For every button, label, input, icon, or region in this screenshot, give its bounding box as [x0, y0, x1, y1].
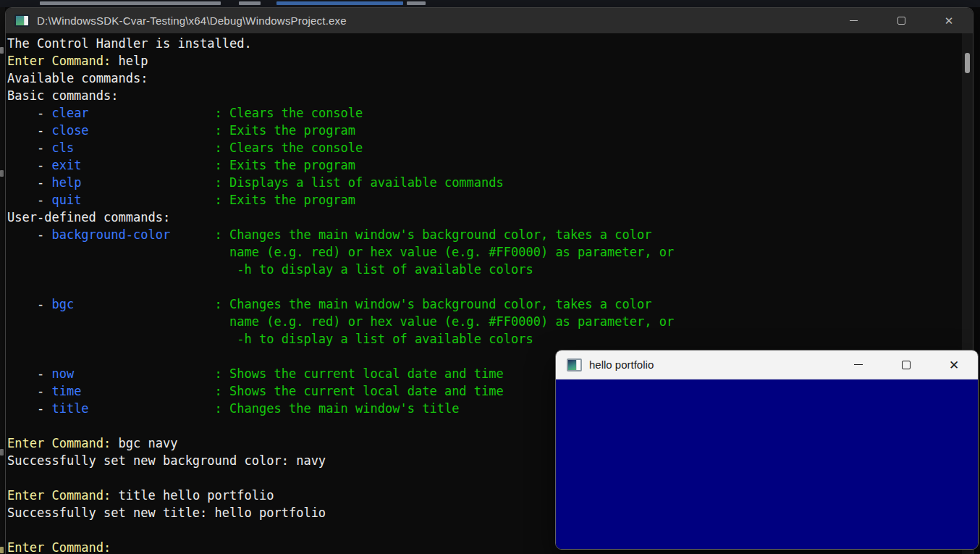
- console-line: - background-color : Changes the main wi…: [7, 226, 973, 243]
- portfolio-minimize-button[interactable]: [835, 351, 882, 379]
- background-window-fragment: [239, 1, 261, 5]
- portfolio-app-icon: [567, 358, 582, 372]
- background-window-top-edge: [0, 0, 980, 7]
- minimize-icon: [850, 20, 858, 21]
- close-button[interactable]: ✕: [925, 8, 973, 33]
- console-line: name (e.g. red) or hex value (e.g. #FF00…: [7, 313, 973, 330]
- console-line: - bgc : Changes the main window's backgr…: [7, 295, 973, 313]
- console-line: name (e.g. red) or hex value (e.g. #FF00…: [7, 243, 973, 261]
- console-line: -h to display a list of available colors: [7, 261, 973, 278]
- console-line: The Control Handler is installed.: [7, 35, 973, 52]
- console-titlebar[interactable]: D:\WindowsSDK-Cvar-Testing\x64\Debug\Win…: [6, 8, 973, 33]
- portfolio-window-controls: ✕: [835, 351, 978, 379]
- maximize-button[interactable]: [877, 8, 925, 33]
- console-line: - help : Displays a list of available co…: [7, 174, 973, 191]
- background-window-left-edge: [0, 7, 5, 554]
- console-line: User-defined commands:: [7, 209, 973, 226]
- background-window-fragment: [407, 1, 426, 5]
- portfolio-titlebar[interactable]: hello portfolio ✕: [556, 351, 978, 379]
- background-window-fragment: [0, 47, 4, 54]
- portfolio-maximize-button[interactable]: [882, 351, 930, 379]
- minimize-icon: [854, 364, 863, 365]
- portfolio-window-title: hello portfolio: [589, 358, 654, 371]
- console-window-title: D:\WindowsSDK-Cvar-Testing\x64\Debug\Win…: [37, 14, 347, 27]
- background-window-fragment: [0, 449, 4, 456]
- console-line: -h to display a list of available colors: [7, 330, 973, 348]
- console-line: - quit : Exits the program: [7, 191, 973, 209]
- console-line: - clear : Clears the console: [7, 104, 973, 122]
- portfolio-window-body: [556, 379, 978, 549]
- console-window-controls: ✕: [829, 8, 973, 33]
- close-icon: ✕: [945, 14, 954, 28]
- portfolio-window: hello portfolio ✕: [555, 350, 979, 550]
- console-line: - close : Exits the program: [7, 122, 973, 139]
- minimize-button[interactable]: [829, 8, 877, 33]
- console-line: Basic commands:: [7, 87, 973, 104]
- portfolio-close-button[interactable]: ✕: [930, 351, 978, 379]
- close-icon: ✕: [949, 358, 959, 372]
- background-window-fragment: [0, 547, 4, 553]
- console-line: Enter Command: help: [7, 52, 973, 70]
- console-line: - exit : Exits the program: [7, 156, 973, 174]
- console-line: - cls : Clears the console: [7, 139, 973, 156]
- console-app-icon: [14, 14, 30, 27]
- console-line: [7, 278, 973, 295]
- background-window-fragment: [276, 1, 403, 5]
- console-line: Available commands:: [7, 70, 973, 87]
- console-scrollbar-thumb[interactable]: [965, 53, 970, 73]
- maximize-icon: [902, 361, 911, 369]
- background-window-fragment: [0, 170, 4, 177]
- background-window-fragment: [40, 1, 221, 5]
- maximize-icon: [897, 17, 905, 25]
